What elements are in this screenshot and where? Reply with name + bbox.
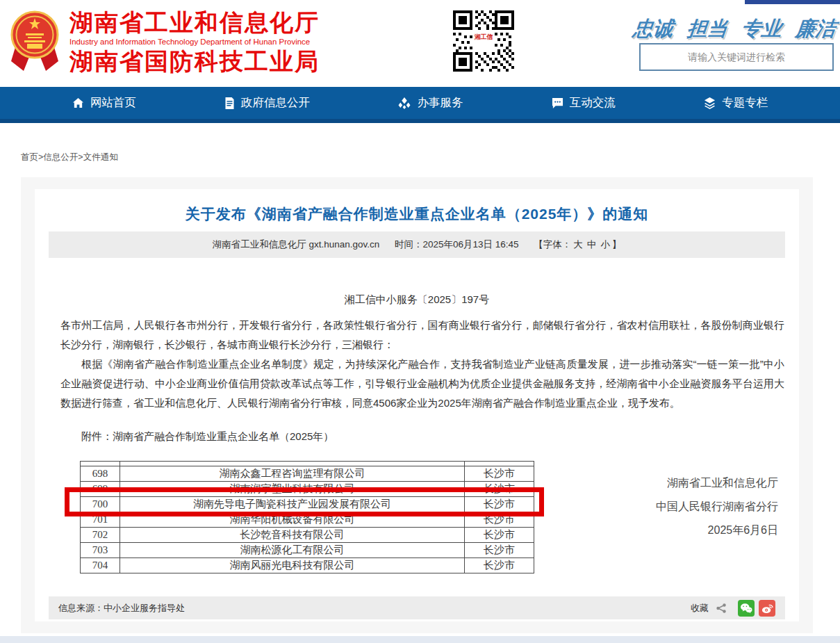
share-icon[interactable]: [716, 603, 727, 614]
chat-icon: [552, 97, 563, 109]
row-number: 698: [81, 466, 120, 482]
paragraph-addressees: 各市州工信局，人民银行各市州分行，开发银行省分行，各政策性银行省分行，国有商业银…: [60, 316, 784, 355]
main-nav: 网站首页 政府信息公开 办事服务 互动交流 专题专栏: [0, 87, 840, 123]
company-name: 湖南先导电子陶瓷科技产业园发展有限公司: [120, 497, 465, 512]
article-footer-bar: 信息来源：中小企业服务指导处 收藏: [49, 596, 785, 619]
font-size-large[interactable]: 大: [573, 239, 583, 250]
nav-item-label: 网站首页: [90, 95, 136, 111]
table-row: 703 湖南松源化工有限公司 长沙市: [81, 543, 534, 558]
nav-item-services[interactable]: 办事服务: [398, 95, 463, 111]
nav-item-label: 政府信息公开: [241, 95, 310, 111]
row-number: 699: [81, 482, 120, 497]
city: 长沙市: [465, 466, 534, 482]
city: 长沙市: [465, 543, 534, 558]
signature-block: 湖南省工业和信息化厅 中国人民银行湖南省分行 2025年6月6日: [656, 471, 778, 542]
slogan-word: 廉洁: [794, 15, 837, 43]
qr-code: 湘工信: [453, 10, 514, 72]
signature-date: 2025年6月6日: [656, 519, 778, 542]
table-row-highlighted: 700 湖南先导电子陶瓷科技产业园发展有限公司 长沙市: [81, 497, 534, 512]
top-right-strip: [745, 0, 840, 4]
city: 长沙市: [465, 497, 534, 512]
font-size-control: 【字体：大中小】: [534, 239, 621, 250]
row-number: 703: [81, 543, 120, 558]
content-frame: 关于发布《湖南省产融合作制造业重点企业名单（2025年）》的通知 湖南省工业和信…: [21, 177, 813, 633]
table-row: 699 湖南润宇塑业科技有限公司 长沙市: [81, 482, 534, 497]
table-row-clipped: [81, 462, 534, 466]
breadcrumb-notices[interactable]: 文件通知: [83, 152, 118, 162]
company-name: 长沙乾音科技有限公司: [120, 528, 465, 543]
article-meta-bar: 湖南省工业和信息化厅 gxt.hunan.gov.cn 时间：2025年06月1…: [49, 231, 785, 258]
company-list-table: 698 湖南众鑫工程咨询监理有限公司 长沙市 699 湖南润宇塑业科技有限公司 …: [80, 461, 534, 573]
nav-item-label: 互动交流: [570, 95, 616, 111]
site-identity: 湖南省工业和信息化厅 Industry and Information Tech…: [69, 8, 320, 75]
signature-org-1: 湖南省工业和信息化厅: [656, 471, 778, 495]
slogan-word: 忠诚: [632, 15, 675, 43]
company-name: 湖南华阳机械设备有限公司: [120, 512, 465, 528]
document-icon: [224, 97, 235, 109]
nav-item-home[interactable]: 网站首页: [72, 95, 136, 111]
paragraph-body: 根据《湖南省产融合作制造业重点企业名单制度》规定，为持续深化产融合作，支持我省制…: [60, 355, 784, 413]
favorite-button[interactable]: 收藏: [691, 602, 709, 614]
nav-item-label: 专题专栏: [722, 95, 768, 111]
document-number: 湘工信中小服务〔2025〕197号: [35, 293, 799, 307]
info-source: 信息来源：中小企业服务指导处: [58, 602, 185, 614]
layers-icon: [704, 97, 716, 109]
company-name: 湖南众鑫工程咨询监理有限公司: [120, 466, 465, 482]
breadcrumb-separator: >: [78, 152, 83, 162]
city: 长沙市: [465, 482, 534, 497]
nav-item-gov-info[interactable]: 政府信息公开: [224, 95, 310, 111]
wechat-share-icon[interactable]: [738, 600, 755, 617]
breadcrumb: 首页>信息公开>文件通知: [21, 152, 118, 163]
service-icon: [398, 97, 411, 109]
article-container: 关于发布《湖南省产融合作制造业重点企业名单（2025年）》的通知 湖南省工业和信…: [35, 189, 799, 621]
table-row: 701 湖南华阳机械设备有限公司 长沙市: [81, 512, 534, 528]
slogan-word: 担当: [686, 15, 729, 43]
table-row: 698 湖南众鑫工程咨询监理有限公司 长沙市: [81, 466, 534, 482]
row-number: 701: [81, 512, 120, 528]
slogan-word: 专业: [740, 15, 783, 43]
attachment-line: 附件：湖南省产融合作制造业重点企业名单（2025年）: [60, 430, 784, 443]
font-size-medium[interactable]: 中: [587, 239, 597, 250]
home-icon: [72, 97, 84, 109]
signature-org-2: 中国人民银行湖南省分行: [656, 495, 778, 519]
row-number: 704: [81, 558, 120, 573]
page-title: 关于发布《湖南省产融合作制造业重点企业名单（2025年）》的通知: [35, 204, 799, 224]
city: 长沙市: [465, 512, 534, 528]
font-prefix: 【字体：: [534, 239, 571, 250]
city: 长沙市: [465, 558, 534, 573]
nav-item-special-topics[interactable]: 专题专栏: [704, 95, 768, 111]
company-name: 湖南风丽光电科技有限公司: [120, 558, 465, 573]
table-row: 704 湖南风丽光电科技有限公司 长沙市: [81, 558, 534, 573]
company-name: 湖南松源化工有限公司: [120, 543, 465, 558]
site-search: [639, 43, 834, 71]
font-size-small[interactable]: 小: [600, 239, 610, 250]
org-title-cn: 湖南省工业和信息化厅: [69, 8, 320, 36]
table-row: 702 长沙乾音科技有限公司 长沙市: [81, 528, 534, 543]
weibo-share-icon[interactable]: [759, 600, 775, 617]
slogan-banner: 忠诚 担当 专业 廉洁: [629, 15, 837, 43]
company-name: 湖南润宇塑业科技有限公司: [120, 482, 465, 497]
breadcrumb-info[interactable]: 信息公开: [43, 152, 78, 162]
page: 湖南省工业和信息化厅 Industry and Information Tech…: [0, 0, 840, 643]
row-number: 700: [81, 497, 120, 512]
row-number: 702: [81, 528, 120, 543]
article-source: 湖南省工业和信息化厅 gxt.hunan.gov.cn: [213, 239, 380, 250]
org-title-en: Industry and Information Technology Depa…: [69, 36, 320, 47]
page-bottom-strip: [0, 636, 840, 643]
nav-item-interaction[interactable]: 互动交流: [552, 95, 616, 111]
font-suffix: 】: [612, 239, 622, 250]
qr-center-label: 湘工信: [473, 32, 494, 50]
city: 长沙市: [465, 528, 534, 543]
org-title2-cn: 湖南省国防科技工业局: [69, 47, 320, 75]
breadcrumb-home[interactable]: 首页: [21, 152, 38, 162]
article-time: 时间：2025年06月13日 16:45: [395, 239, 519, 250]
search-input[interactable]: [641, 44, 832, 70]
nav-item-label: 办事服务: [417, 95, 463, 111]
national-emblem-logo: [10, 6, 60, 74]
